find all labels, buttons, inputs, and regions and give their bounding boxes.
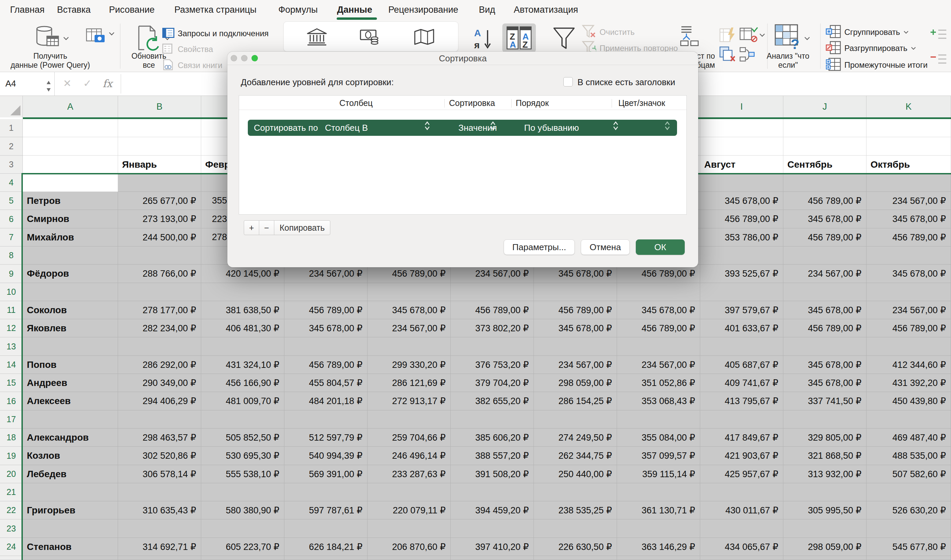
cell-D25[interactable] [285,556,368,560]
cell-G17[interactable] [534,411,617,429]
cell-K25[interactable] [866,556,951,560]
cell-I11[interactable]: 397 579,67 ₽ [700,301,783,319]
cell-F23[interactable] [451,519,534,538]
cell-J12[interactable]: 456 789,00 ₽ [783,319,866,337]
cell-D11[interactable]: 456 789,00 ₽ [285,301,368,319]
cell-C23[interactable] [201,519,285,538]
cell-B22[interactable]: 310 635,43 ₽ [118,501,201,519]
cell-F22[interactable]: 394 459,20 ₽ [451,501,534,519]
cell-F18[interactable]: 385 606,20 ₽ [451,429,534,447]
cell-I8[interactable] [700,246,783,265]
cell-B2[interactable] [118,137,201,155]
sort-column-select[interactable] [423,120,431,130]
has-headers-checkbox[interactable] [563,77,573,86]
cell-K6[interactable]: 345 678,00 ₽ [866,210,951,228]
cell-E20[interactable]: 233 287,63 ₽ [368,465,451,483]
cell-A5[interactable]: Петров [23,192,118,210]
cell-E10[interactable] [368,283,451,301]
cell-J20[interactable]: 313 932,00 ₽ [783,465,866,483]
cell-B6[interactable]: 273 193,00 ₽ [118,210,201,228]
cell-E14[interactable]: 299 330,20 ₽ [368,356,451,374]
cell-F20[interactable]: 391 508,20 ₽ [451,465,534,483]
cell-I4[interactable] [700,174,783,192]
column-header-K[interactable]: K [866,96,951,117]
cell-F9[interactable]: 234 567,00 ₽ [451,265,534,283]
cell-D22[interactable]: 597 787,61 ₽ [285,501,368,519]
column-header-B[interactable]: B [118,96,201,117]
cell-J18[interactable]: 329 805,00 ₽ [783,429,866,447]
cell-F13[interactable] [451,337,534,356]
cell-G24[interactable]: 226 630,50 ₽ [534,538,617,556]
cell-B25[interactable] [118,556,201,560]
cell-A20[interactable]: Лебедев [23,465,118,483]
stocks-icon[interactable] [306,27,328,48]
cell-G18[interactable]: 274 249,50 ₽ [534,429,617,447]
cell-J23[interactable] [783,519,866,538]
cell-B24[interactable]: 314 692,71 ₽ [118,538,201,556]
cell-I19[interactable]: 421 903,67 ₽ [700,447,783,465]
cell-B19[interactable]: 302 520,86 ₽ [118,447,201,465]
cell-J11[interactable]: 345 678,00 ₽ [783,301,866,319]
cell-A15[interactable]: Андреев [23,374,118,392]
cell-E25[interactable] [368,556,451,560]
cell-K14[interactable]: 412 344,60 ₽ [866,356,951,374]
row-header-23[interactable]: 23 [0,519,23,538]
cell-J14[interactable]: 345 678,00 ₽ [783,356,866,374]
subtotals-button[interactable]: Промежуточные итоги [826,59,928,71]
cell-H15[interactable]: 351 052,86 ₽ [617,374,700,392]
cell-C24[interactable]: 605 223,70 ₽ [201,538,285,556]
cell-F25[interactable] [451,556,534,560]
copy-level-button[interactable]: Копировать [274,220,330,235]
cell-F19[interactable]: 388 557,20 ₽ [451,447,534,465]
cell-H24[interactable]: 363 146,29 ₽ [617,538,700,556]
cell-I18[interactable]: 417 849,67 ₽ [700,429,783,447]
get-data-button[interactable]: Получитьданные (Power Query) [0,52,101,70]
cell-K23[interactable] [866,519,951,538]
chevron-down-icon[interactable] [759,32,765,38]
cell-I21[interactable] [700,483,783,501]
column-header-I[interactable]: I [700,96,783,117]
cell-I16[interactable]: 413 795,67 ₽ [700,392,783,411]
dialog-title-bar[interactable]: Сортировка [227,52,698,65]
row-header-16[interactable]: 16 [0,392,23,411]
cell-K15[interactable]: 431 392,20 ₽ [866,374,951,392]
cell-F17[interactable] [451,411,534,429]
cell-C25[interactable] [201,556,285,560]
chevron-down-icon[interactable] [804,35,810,42]
column-header-J[interactable]: J [783,96,866,117]
cell-C12[interactable]: 406 481,30 ₽ [201,319,285,337]
cell-E17[interactable] [368,411,451,429]
cell-G14[interactable]: 234 567,00 ₽ [534,356,617,374]
what-if-analysis-icon[interactable]: ? [774,23,802,52]
cell-K24[interactable]: 545 677,80 ₽ [866,538,951,556]
cell-D19[interactable]: 540 994,39 ₽ [285,447,368,465]
cell-A23[interactable] [23,519,118,538]
refresh-all-icon[interactable] [134,25,162,52]
cell-H18[interactable]: 355 084,00 ₽ [617,429,700,447]
cell-K16[interactable]: 450 439,80 ₽ [866,392,951,411]
cell-I10[interactable] [700,283,783,301]
cell-C15[interactable]: 456 166,90 ₽ [201,374,285,392]
cell-K8[interactable] [866,246,951,265]
cell-H17[interactable] [617,411,700,429]
cell-F21[interactable] [451,483,534,501]
custom-sort-button[interactable]: ZAAZ [502,23,536,52]
cell-A10[interactable] [23,283,118,301]
row-header-11[interactable]: 11 [0,301,23,319]
cell-I7[interactable]: 353 786,00 ₽ [700,228,783,246]
cell-K20[interactable]: 507 582,60 ₽ [866,465,951,483]
cell-H9[interactable]: 456 789,00 ₽ [617,265,700,283]
cell-D12[interactable]: 345 678,00 ₽ [285,319,368,337]
currencies-icon[interactable] [360,28,381,47]
menu-tab-5[interactable]: Формулы [279,0,318,21]
cell-E16[interactable]: 272 913,17 ₽ [368,392,451,411]
row-header-5[interactable]: 5 [0,192,23,210]
cell-H19[interactable]: 357 099,57 ₽ [617,447,700,465]
cell-B15[interactable]: 290 349,00 ₽ [118,374,201,392]
cell-I1[interactable] [700,119,783,137]
cancel-button[interactable]: Отмена [581,239,630,255]
cell-A9[interactable]: Фёдоров [23,265,118,283]
cell-I17[interactable] [700,411,783,429]
cell-K7[interactable]: 456 789,00 ₽ [866,228,951,246]
ungroup-button[interactable]: Разгруппировать [826,42,916,54]
